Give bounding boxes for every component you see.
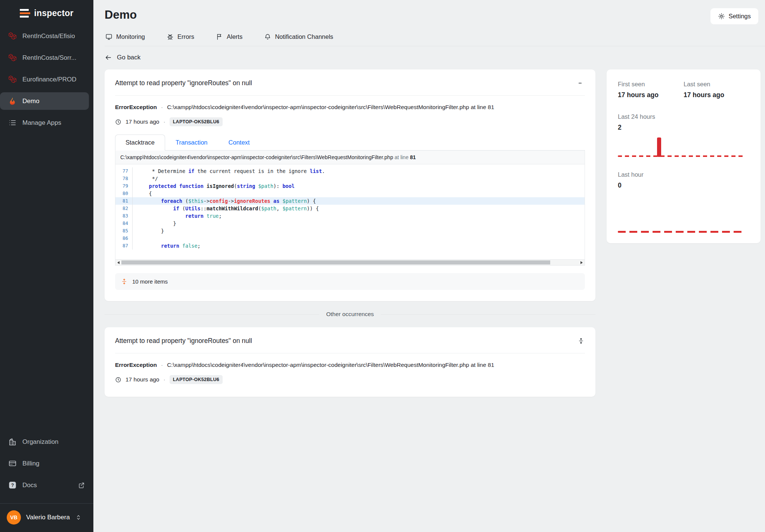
- code-text: * Determine if the current request is in…: [133, 167, 325, 175]
- flag-icon: [216, 33, 223, 40]
- chart-baseline: [618, 155, 744, 157]
- code-block: C:\xampp\htdocs\codeigniter4\vendor\insp…: [115, 151, 585, 266]
- error-card-header: Attempt to read property "ignoreRoutes" …: [115, 79, 585, 96]
- sidebar-item-billing[interactable]: Billing: [0, 455, 89, 472]
- first-seen: First seen 17 hours ago: [618, 81, 684, 99]
- user-name: Valerio Barbera: [26, 514, 70, 521]
- scroll-left-arrow-icon[interactable]: [117, 261, 120, 264]
- stacktrace-tabs: StacktraceTransactionContext: [115, 134, 585, 151]
- main-area: Demo Settings MonitoringErrorsAlertsNoti…: [93, 0, 765, 532]
- occurrence-stats-card: First seen 17 hours ago Last seen 17 hou…: [607, 69, 761, 243]
- sidebar-item-label: RentInCosta/Efisio: [22, 33, 75, 40]
- line-number: 84: [115, 220, 133, 227]
- code-line-84: 84 }: [115, 220, 585, 227]
- page-title: Demo: [105, 8, 137, 22]
- error-meta-row: ErrorException · C:\xampp\htdocs\codeign…: [115, 96, 585, 111]
- error-file-path: C:\xampp\htdocs\codeigniter4\vendor\insp…: [167, 104, 494, 111]
- monitor-icon: [105, 33, 112, 40]
- sidebar-item-manage-apps[interactable]: Manage Apps: [0, 114, 89, 132]
- chart-baseline: [618, 231, 744, 233]
- building-icon: [8, 437, 17, 446]
- error-file-path: C:\xampp\htdocs\codeigniter4\vendor\insp…: [167, 362, 494, 368]
- code-text: }: [133, 227, 164, 235]
- time-ago: 17 hours ago: [126, 376, 159, 383]
- app-logo: inspector: [0, 7, 93, 27]
- line-number: 83: [115, 212, 133, 220]
- hostname-badge: LAPTOP-OK52BLU6: [170, 117, 223, 126]
- sidebar-item-label: RentInCosta/Sorr...: [22, 54, 77, 62]
- gear-icon: [718, 13, 725, 20]
- go-back-link[interactable]: Go back: [93, 46, 140, 66]
- tab-alerts[interactable]: Alerts: [216, 33, 242, 40]
- line-number: 86: [115, 235, 133, 242]
- bell-icon: [264, 33, 271, 40]
- unfold-icon: [75, 514, 82, 521]
- scrollbar-thumb[interactable]: [121, 260, 550, 265]
- last-seen: Last seen 17 hours ago: [684, 81, 749, 99]
- sidebar-item-rentincosta-efisio[interactable]: RentInCosta/Efisio: [0, 27, 89, 45]
- sidebar-spacer: [0, 136, 93, 433]
- code-text: {: [133, 190, 152, 197]
- last-24-hours-section: Last 24 hours 2: [618, 113, 749, 157]
- clock-icon: [115, 377, 121, 383]
- avatar: VB: [7, 510, 21, 525]
- laravel-icon: [8, 32, 17, 40]
- collapse-button[interactable]: [577, 79, 585, 87]
- seen-row: First seen 17 hours ago Last seen 17 hou…: [618, 81, 749, 99]
- svg-text:?: ?: [11, 483, 14, 488]
- code-line-82: 82 if (Utils::matchWithWildcard($path, $…: [115, 205, 585, 212]
- laravel-icon: [8, 75, 17, 84]
- code-text: if (Utils::matchWithWildcard($path, $pat…: [133, 205, 319, 212]
- tab-monitoring[interactable]: Monitoring: [105, 33, 145, 40]
- last-24-hours-sparkline: [618, 137, 749, 157]
- time-ago: 17 hours ago: [126, 118, 159, 125]
- code-line-81: 81 foreach ($this->config->ignoreRoutes …: [115, 197, 585, 205]
- sidebar-item-organization[interactable]: Organization: [0, 433, 89, 451]
- expand-occurrence-button[interactable]: [577, 337, 585, 345]
- sidebar-item-label: Manage Apps: [22, 119, 61, 127]
- dot-separator: ·: [161, 104, 163, 111]
- expand-icon: [578, 338, 584, 344]
- arrow-left-icon: [105, 54, 112, 61]
- scroll-right-arrow-icon[interactable]: [580, 261, 583, 264]
- horizontal-scrollbar[interactable]: [115, 259, 585, 265]
- tab-notification-channels[interactable]: Notification Channels: [264, 33, 333, 40]
- inspector-logo-icon: [20, 9, 30, 18]
- content-row: Attempt to read property "ignoreRoutes" …: [93, 66, 765, 397]
- code-text: [133, 235, 137, 242]
- dot-separator: ·: [161, 362, 163, 368]
- sidebar-item-eurofinance-prod[interactable]: Eurofinance/PROD: [0, 71, 89, 88]
- tab-stacktrace[interactable]: Stacktrace: [115, 134, 165, 151]
- tab-context[interactable]: Context: [218, 134, 260, 151]
- code-text: */: [133, 175, 158, 182]
- sidebar-item-label: Organization: [22, 438, 58, 446]
- settings-button[interactable]: Settings: [710, 8, 758, 24]
- sidebar-apps-nav: RentInCosta/EfisioRentInCosta/Sorr...Eur…: [0, 27, 93, 136]
- code-line-77: 77 * Determine if the current request is…: [115, 167, 585, 175]
- code-text: return false;: [133, 242, 201, 250]
- code-line-86: 86: [115, 235, 585, 242]
- more-items-expander[interactable]: 10 more items: [115, 273, 585, 290]
- hostname-badge: LAPTOP-OK52BLU6: [170, 375, 223, 384]
- code-line-80: 80 {: [115, 190, 585, 197]
- chart-bar: [657, 137, 661, 157]
- bug-icon: [167, 33, 174, 40]
- error-detail-column: Attempt to read property "ignoreRoutes" …: [105, 69, 595, 397]
- other-occurrences-divider: Other occurrences: [105, 311, 595, 318]
- external-link-icon: [78, 482, 85, 489]
- sidebar-item-label: Demo: [22, 98, 39, 105]
- sidebar-item-docs[interactable]: ?Docs: [0, 476, 89, 494]
- sidebar-item-label: Billing: [22, 460, 39, 467]
- sidebar-item-rentincosta-sorr[interactable]: RentInCosta/Sorr...: [0, 49, 89, 66]
- tab-label: Errors: [177, 33, 194, 40]
- code-line-79: 79 protected function isIgnored(string $…: [115, 182, 585, 190]
- occurrence-meta-row: ErrorException · C:\xampp\htdocs\codeign…: [115, 353, 585, 368]
- code-line-78: 78 */: [115, 175, 585, 182]
- sidebar-item-demo[interactable]: Demo: [0, 92, 89, 110]
- line-number: 87: [115, 242, 133, 250]
- logo-text: inspector: [34, 8, 73, 18]
- tab-transaction[interactable]: Transaction: [165, 134, 218, 151]
- error-time-row: 17 hours ago · LAPTOP-OK52BLU6: [115, 111, 585, 126]
- user-menu[interactable]: VB Valerio Barbera: [0, 504, 93, 527]
- tab-errors[interactable]: Errors: [167, 33, 194, 40]
